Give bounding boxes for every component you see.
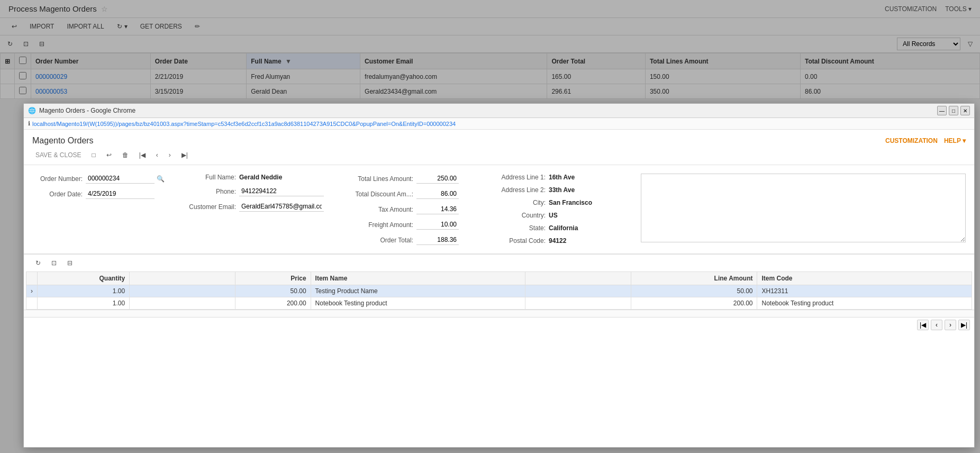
page-first-button[interactable]: |◀: [917, 320, 929, 330]
full-name-value: Gerald Neddie: [239, 174, 282, 181]
modal-first-icon: |◀: [139, 151, 146, 159]
tax-label: Tax Amount:: [344, 206, 413, 213]
freight-label: Freight Amount:: [344, 221, 413, 229]
browser-icon: 🌐: [28, 107, 36, 114]
search-icon[interactable]: 🔍: [157, 175, 165, 183]
modal-delete-icon: 🗑: [122, 151, 129, 159]
country-value: US: [549, 212, 558, 219]
order-date-input[interactable]: [86, 189, 155, 199]
sub-col-price[interactable]: Price: [235, 272, 311, 285]
sub-filter-icon: ⊟: [67, 259, 72, 267]
freight-input[interactable]: [416, 220, 459, 230]
order-number-input[interactable]: [86, 174, 155, 184]
maximize-button[interactable]: □: [949, 106, 958, 115]
page-last-button[interactable]: ▶|: [958, 320, 970, 330]
state-label: State:: [493, 224, 546, 232]
form-col-3: Total Lines Amount: Total Discount Am...…: [344, 174, 482, 245]
modal-pagination: |◀ ‹ › ▶|: [24, 317, 974, 332]
modal-url[interactable]: localhost/Magento19/(W(10595))/pages/bz/…: [32, 121, 456, 127]
modal-last-button[interactable]: ▶|: [178, 150, 191, 160]
total-discount-label: Total Discount Am...:: [344, 191, 413, 198]
address2-value: 33th Ave: [549, 186, 575, 194]
form-col-1: Order Number: 🔍 Order Date:: [32, 174, 175, 245]
phone-label: Phone:: [186, 188, 236, 195]
sub-col-arrow: [26, 272, 38, 285]
modal-first-button[interactable]: |◀: [136, 150, 149, 160]
info-icon: ℹ: [28, 120, 30, 127]
sub-row-spacer2: [525, 285, 631, 297]
sub-row-spacer: [130, 297, 235, 310]
modal-next-icon: ›: [169, 151, 171, 159]
form-col-5: [641, 174, 966, 245]
sub-row-quantity: 1.00: [38, 297, 130, 310]
modal-delete-button[interactable]: 🗑: [119, 150, 132, 160]
tax-input[interactable]: [416, 204, 459, 214]
modal-addressbar: ℹ localhost/Magento19/(W(10595))/pages/b…: [24, 118, 974, 130]
modal-prev-icon: ‹: [156, 151, 158, 159]
sub-row-arrow: ›: [26, 285, 38, 297]
modal-form-title: Magento Orders: [32, 136, 94, 146]
save-close-button[interactable]: SAVE & CLOSE: [32, 150, 84, 160]
phone-input[interactable]: [239, 186, 324, 196]
modal-save-icon: □: [92, 151, 95, 159]
sub-row-spacer: [130, 285, 235, 297]
save-close-label: SAVE & CLOSE: [35, 151, 81, 159]
sub-table-container: Quantity Price Item Name Line Amount Ite…: [24, 271, 974, 310]
sub-table-row: 1.00 200.00 Notebook Testing product 200…: [26, 297, 972, 310]
city-value: San Francisco: [549, 199, 592, 206]
sub-col-item-code[interactable]: Item Code: [757, 272, 972, 285]
sub-grid-filter-button[interactable]: ⊟: [64, 258, 76, 268]
address1-value: 16th Ave: [549, 174, 575, 181]
sub-row-item-code: Notebook Testing product: [757, 297, 972, 310]
sub-table-row: › 1.00 50.00 Testing Product Name 50.00 …: [26, 285, 972, 297]
form-col-4: Address Line 1: 16th Ave Address Line 2:…: [493, 174, 630, 245]
address1-label: Address Line 1:: [493, 174, 546, 181]
modal-last-icon: ▶|: [182, 151, 188, 159]
postal-label: Postal Code:: [493, 237, 546, 244]
page-next-button[interactable]: ›: [945, 320, 956, 330]
sub-row-arrow: [26, 297, 38, 310]
sub-col-line-amount[interactable]: Line Amount: [631, 272, 757, 285]
page-prev-button[interactable]: ‹: [931, 320, 942, 330]
state-value: California: [549, 224, 578, 232]
sub-col-item-name[interactable]: Item Name: [311, 272, 525, 285]
modal-titlebar: 🌐 Magento Orders - Google Chrome — □ ✕: [24, 104, 974, 118]
modal-prev-button[interactable]: ‹: [153, 150, 161, 160]
sub-row-item-name: Testing Product Name: [311, 285, 525, 297]
customer-email-label: Customer Email:: [186, 203, 236, 211]
total-lines-input[interactable]: [416, 174, 459, 184]
sub-row-item-name: Notebook Testing product: [311, 297, 525, 310]
sub-fit-icon: ⊡: [51, 259, 57, 267]
sub-table: Quantity Price Item Name Line Amount Ite…: [26, 271, 972, 310]
sub-row-line-amount: 200.00: [631, 297, 757, 310]
modal-undo-button[interactable]: ↩: [103, 150, 115, 160]
customer-email-input[interactable]: [239, 202, 324, 212]
sub-grid-refresh-button[interactable]: ↻: [32, 258, 44, 268]
minimize-button[interactable]: —: [937, 106, 947, 115]
notes-textarea[interactable]: [641, 174, 966, 242]
sub-row-item-code: XH12311: [757, 285, 972, 297]
address2-label: Address Line 2:: [493, 186, 546, 194]
order-total-label: Order Total:: [344, 237, 413, 244]
sub-grid-fit-button[interactable]: ⊡: [48, 258, 60, 268]
sub-col-spacer1: [130, 272, 235, 285]
modal-next-button[interactable]: ›: [166, 150, 174, 160]
total-discount-input[interactable]: [416, 189, 459, 199]
modal-customization-link[interactable]: CUSTOMIZATION: [885, 137, 938, 144]
form-col-2: Full Name: Gerald Neddie Phone: Customer…: [186, 174, 334, 245]
modal-content: Magento Orders CUSTOMIZATION HELP ▾ SAVE…: [24, 130, 974, 447]
sub-row-price: 200.00: [235, 297, 311, 310]
order-date-label: Order Date:: [32, 191, 83, 198]
close-button[interactable]: ✕: [960, 106, 970, 115]
sub-col-spacer2: [525, 272, 631, 285]
modal-save-button[interactable]: □: [88, 150, 98, 160]
modal-help-link[interactable]: HELP ▾: [944, 137, 966, 144]
sub-col-quantity[interactable]: Quantity: [38, 272, 130, 285]
order-number-label: Order Number:: [32, 175, 83, 183]
modal-title: Magento Orders - Google Chrome: [39, 107, 135, 114]
modal-bottom-scroll: [24, 310, 974, 317]
total-lines-label: Total Lines Amount:: [344, 175, 413, 183]
sub-row-spacer2: [525, 297, 631, 310]
modal-header: Magento Orders CUSTOMIZATION HELP ▾: [24, 130, 974, 148]
order-total-input[interactable]: [416, 235, 459, 245]
